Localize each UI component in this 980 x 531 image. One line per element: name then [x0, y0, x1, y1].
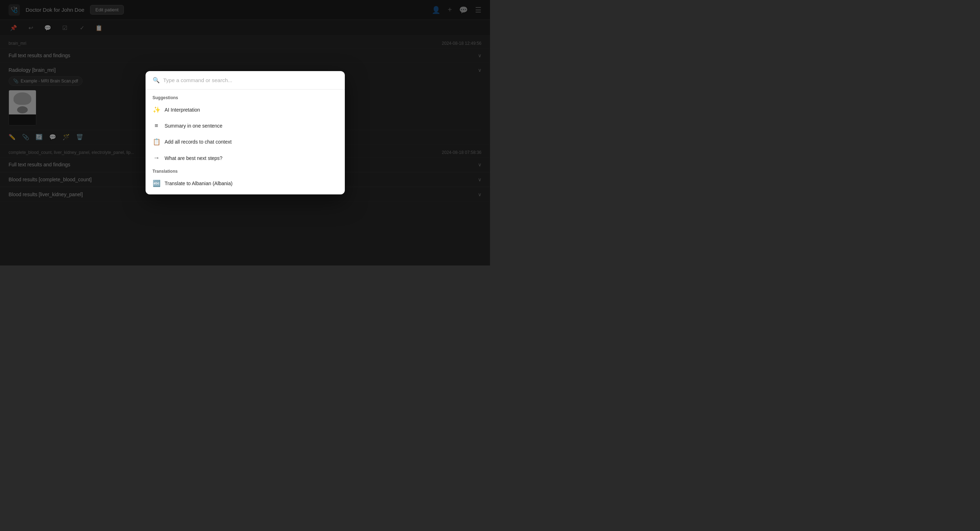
- summary-sentence-label: Summary in one sentence: [165, 123, 223, 128]
- add-records-icon: 📋: [153, 138, 161, 146]
- suggestions-group-label: Suggestions: [146, 92, 345, 101]
- add-records-label: Add all records to chat context: [165, 139, 232, 145]
- command-palette-modal: 🔍 Suggestions ✨ AI Interpretation ≡ Summ…: [146, 71, 345, 194]
- command-search-bar: 🔍: [146, 71, 345, 90]
- next-steps-label: What are best next steps?: [165, 155, 223, 161]
- command-search-input[interactable]: [163, 77, 338, 83]
- command-list: Suggestions ✨ AI Interpretation ≡ Summar…: [146, 90, 345, 194]
- add-records-context-item[interactable]: 📋 Add all records to chat context: [146, 134, 345, 150]
- next-steps-item[interactable]: → What are best next steps?: [146, 150, 345, 166]
- ai-interpretation-label: AI Interpretation: [165, 107, 200, 113]
- modal-overlay[interactable]: 🔍 Suggestions ✨ AI Interpretation ≡ Summ…: [0, 0, 490, 265]
- translate-albanian-item[interactable]: 🔤 Translate to Albanian (Albania): [146, 175, 345, 192]
- translate-icon: 🔤: [153, 179, 161, 187]
- translate-albanian-label: Translate to Albanian (Albania): [165, 181, 233, 186]
- ai-interpretation-item[interactable]: ✨ AI Interpretation: [146, 101, 345, 118]
- summary-icon: ≡: [153, 122, 161, 129]
- next-steps-icon: →: [153, 154, 161, 162]
- search-icon: 🔍: [153, 77, 160, 84]
- ai-interpretation-icon: ✨: [153, 106, 161, 114]
- summary-sentence-item[interactable]: ≡ Summary in one sentence: [146, 118, 345, 134]
- translations-group-label: Translations: [146, 166, 345, 175]
